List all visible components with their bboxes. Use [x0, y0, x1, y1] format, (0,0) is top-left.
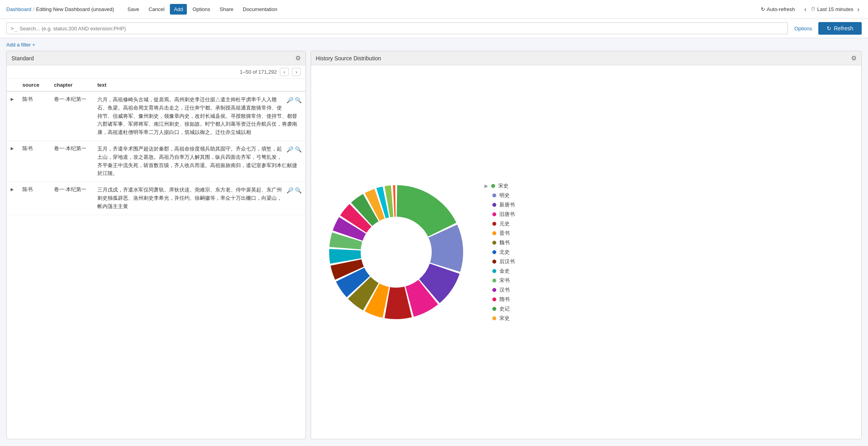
legend-item[interactable]: 新唐书 [484, 201, 855, 208]
prev-page-button[interactable]: ‹ [280, 68, 289, 76]
legend-color-dot [492, 241, 496, 245]
legend-color-dot [492, 316, 496, 320]
zoom-out-icon[interactable]: 🔍 [295, 186, 302, 195]
add-filter-link[interactable]: Add a filter + [6, 42, 35, 48]
data-table: source chapter text ▶ 陈书 卷一·本纪第一 🔎 🔍 六月，… [7, 79, 305, 439]
search-options-link[interactable]: Options [791, 26, 815, 32]
share-button[interactable]: Share [216, 4, 237, 15]
cancel-button[interactable]: Cancel [145, 4, 168, 15]
breadcrumb-sep: / [33, 6, 35, 12]
legend-label: 北史 [499, 249, 510, 256]
legend-color-dot [492, 203, 496, 207]
save-button[interactable]: Save [123, 4, 143, 15]
legend-color-dot [492, 212, 496, 216]
right-panel-header: History Source Distribution ⚙ [311, 51, 861, 65]
legend-label: 宋史 [498, 182, 509, 190]
legend-label: 明史 [499, 192, 510, 199]
zoom-in-icon[interactable]: 🔎 [287, 96, 293, 104]
breadcrumb-current: Editing New Dashboard (unsaved) [36, 6, 114, 12]
legend-item[interactable]: 魏书 [484, 239, 855, 246]
time-next-button[interactable]: › [855, 4, 862, 15]
legend-item[interactable]: 元史 [484, 220, 855, 227]
legend-label: 后汉书 [499, 258, 515, 265]
clock-icon: ⏱ [810, 6, 816, 12]
cell-chapter: 卷一·本纪第一 [50, 91, 93, 141]
legend-color-dot [492, 297, 496, 301]
next-page-button[interactable]: › [292, 68, 301, 76]
table-row: ▶ 陈书 卷一·本纪第一 🔎 🔍 五月，齐遣辛术围严超达於秦郡，高祖命徐度领兵助… [7, 141, 305, 182]
refresh-spin-icon: ↻ [827, 25, 831, 32]
cell-source: 陈书 [19, 91, 50, 141]
history-source-panel: History Source Distribution ⚙ ▶ 宋史 明史 新唐… [311, 51, 862, 439]
auto-refresh-button[interactable]: ↻ Auto-refresh [757, 4, 799, 15]
donut-segment[interactable] [393, 185, 396, 217]
dashboard-link[interactable]: Dashboard [6, 6, 32, 12]
col-text: text [93, 79, 305, 91]
cell-text: 🔎 🔍 六月，高祖修崎头古城，徙居焉。高州刺史李迁仕据△遣主帅杜平虏率千人入赣石… [93, 91, 305, 141]
legend-item[interactable]: 宋史 [484, 315, 855, 322]
legend-item[interactable]: 金史 [484, 268, 855, 275]
options-button[interactable]: Options [188, 4, 214, 15]
right-panel-gear-icon[interactable]: ⚙ [851, 54, 857, 62]
cell-chapter: 卷一·本纪第一 [50, 141, 93, 182]
time-range-label: Last 15 minutes [817, 6, 853, 12]
zoom-in-icon[interactable]: 🔎 [287, 145, 293, 154]
refresh-button[interactable]: ↻ Refresh [818, 22, 862, 35]
panel-gear-icon[interactable]: ⚙ [295, 54, 301, 62]
time-prev-button[interactable]: ‹ [802, 4, 809, 15]
legend-label: 晋书 [499, 230, 510, 237]
documentation-button[interactable]: Documentation [239, 4, 281, 15]
legend-item[interactable]: 隋书 [484, 296, 855, 303]
standard-panel: Standard ⚙ 1–50 of 171,292 ‹ › source ch… [6, 51, 306, 439]
col-source: source [19, 79, 50, 91]
legend-item[interactable]: ▶ 宋史 [484, 182, 855, 190]
legend-label: 宋书 [499, 277, 510, 284]
selected-arrow-icon: ▶ [484, 183, 488, 189]
row-expand-btn[interactable]: ▶ [11, 97, 14, 101]
legend-color-dot [492, 288, 496, 292]
pagination-info: 1–50 of 171,292 [240, 69, 277, 75]
legend-color-dot [491, 184, 495, 188]
row-expand-btn[interactable]: ▶ [11, 187, 14, 191]
col-chapter: chapter [50, 79, 93, 91]
chart-legend: ▶ 宋史 明史 新唐书 旧唐书 元史 晋书 魏书 北史 后汉书 金史 [481, 182, 855, 322]
legend-item[interactable]: 史记 [484, 305, 855, 312]
table-row: ▶ 陈书 卷一·本纪第一 🔎 🔍 六月，高祖修崎头古城，徙居焉。高州刺史李迁仕据… [7, 91, 305, 141]
cell-source: 陈书 [19, 141, 50, 182]
donut-segment[interactable] [397, 185, 456, 236]
legend-label: 史记 [499, 305, 510, 312]
legend-label: 隋书 [499, 296, 510, 303]
legend-color-dot [492, 279, 496, 282]
legend-label: 元史 [499, 220, 510, 227]
search-prompt-icon: >_ [11, 25, 17, 32]
legend-color-dot [492, 231, 496, 235]
legend-item[interactable]: 晋书 [484, 230, 855, 237]
cell-chapter: 卷一·本纪第一 [50, 182, 93, 215]
zoom-out-icon[interactable]: 🔍 [295, 96, 302, 104]
legend-item[interactable]: 宋书 [484, 277, 855, 284]
legend-item[interactable]: 旧唐书 [484, 211, 855, 218]
legend-item[interactable]: 北史 [484, 249, 855, 256]
legend-color-dot [492, 193, 496, 197]
zoom-out-icon[interactable]: 🔍 [295, 145, 302, 154]
cell-text: 🔎 🔍 五月，齐遣辛术围严超达於秦郡，高祖命徐度领兵助其固守。齐众七万，填堑，起… [93, 141, 305, 182]
legend-item[interactable]: 明史 [484, 192, 855, 199]
table-row: ▶ 陈书 卷一·本纪第一 🔎 🔍 三月戊戌，齐遣水军仅同萧轨、庠狄伏连、尧难宗、… [7, 182, 305, 215]
legend-color-dot [492, 222, 496, 226]
legend-item[interactable]: 汉书 [484, 286, 855, 294]
right-panel-title: History Source Distribution [316, 55, 381, 61]
donut-chart [317, 177, 475, 327]
add-button[interactable]: Add [170, 4, 187, 15]
legend-label: 旧唐书 [499, 211, 515, 218]
cell-text: 🔎 🔍 三月戊戌，齐遣水军仅同萧轨、庠狄伏连、尧难宗、东方老、侍中裴英起、东广州… [93, 182, 305, 215]
search-input[interactable] [20, 26, 784, 32]
legend-label: 汉书 [499, 286, 510, 294]
legend-color-dot [492, 307, 496, 311]
legend-item[interactable]: 后汉书 [484, 258, 855, 265]
legend-label: 新唐书 [499, 201, 515, 208]
legend-label: 宋史 [499, 315, 510, 322]
row-expand-btn[interactable]: ▶ [11, 146, 14, 151]
zoom-in-icon[interactable]: 🔎 [287, 186, 293, 195]
legend-label: 金史 [499, 268, 510, 275]
legend-color-dot [492, 260, 496, 264]
